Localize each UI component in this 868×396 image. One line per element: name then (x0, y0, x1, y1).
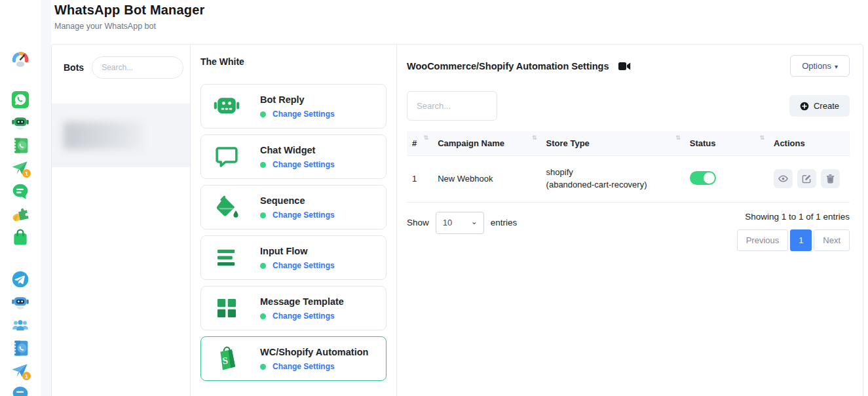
grid-icon (212, 293, 242, 323)
plus-circle-icon (800, 102, 809, 111)
chevron-down-icon: ▾ (835, 63, 838, 70)
sort-icon[interactable]: ⇅ (424, 134, 429, 141)
contacts-blue-icon[interactable] (11, 339, 29, 357)
chat-green-icon[interactable] (11, 182, 29, 201)
feature-title: Message Template (260, 296, 344, 307)
create-button[interactable]: Create (789, 95, 850, 117)
change-settings-link[interactable]: Change Settings (260, 160, 335, 169)
list-bars-icon (212, 243, 242, 273)
status-dot (260, 111, 266, 117)
campaigns-blue-icon[interactable]: 1 (11, 362, 29, 380)
feature-title: Sequence (260, 195, 305, 206)
shopify-bag-icon: S (212, 344, 242, 374)
col-header-actions: Actions (768, 131, 850, 156)
feature-title: WC/Shopify Automation (260, 347, 368, 357)
campaigns-green-icon[interactable]: 1 (11, 159, 29, 178)
bots-column: Bots (52, 45, 191, 396)
col-header-status[interactable]: Status⇅ (685, 131, 768, 156)
automation-settings-column: WooCommerce/Shopify Automation Settings … (397, 45, 863, 396)
table-row: 1 New Webhook shopify (abandoned-cart-re… (407, 156, 850, 203)
selected-bot-name: The White (200, 56, 387, 67)
cell-actions (768, 156, 850, 203)
chat-blue-partial-icon[interactable] (11, 385, 29, 396)
bot-list-item-selected[interactable] (52, 104, 190, 167)
paint-bucket-icon (212, 192, 242, 222)
telegram-icon[interactable] (11, 270, 29, 288)
previous-page-button[interactable]: Previous (737, 229, 789, 251)
showing-entries-text: Showing 1 to 1 of 1 entries (745, 212, 850, 222)
status-dot (260, 162, 266, 168)
automation-table: #⇅ Campaign Name⇅ Store Type⇅ Status⇅ Ac… (407, 131, 850, 203)
page-title: WhatsApp Bot Manager (54, 3, 205, 18)
cell-store-type: shopify (abandoned-cart-recovery) (541, 156, 685, 203)
feature-card-sequence[interactable]: Sequence Change Settings (200, 185, 387, 229)
edit-button[interactable] (797, 169, 816, 188)
cell-status (685, 156, 768, 203)
table-header-row: #⇅ Campaign Name⇅ Store Type⇅ Status⇅ Ac… (407, 131, 850, 156)
whatsapp-bot-manager-app: 1 (0, 0, 868, 396)
status-dot (260, 364, 266, 370)
page-1-button[interactable]: 1 (790, 229, 812, 251)
bot-manager-panel: Bots The White (51, 44, 863, 396)
options-button[interactable]: Options▾ (790, 55, 850, 77)
trash-icon (825, 174, 835, 184)
app-sidebar: 1 (0, 0, 41, 396)
cell-num: 1 (407, 156, 432, 203)
page-size-select[interactable]: 10 (436, 212, 484, 234)
bot-green-icon[interactable] (11, 113, 29, 132)
eye-icon (778, 174, 788, 184)
feature-title: Input Flow (260, 246, 307, 256)
chat-bubble-icon (212, 142, 242, 172)
table-search-input[interactable] (407, 91, 497, 121)
bots-label: Bots (64, 62, 84, 73)
bot-blue-icon[interactable] (11, 293, 29, 311)
status-toggle[interactable] (690, 171, 716, 185)
pagination: Previous 1 Next (735, 229, 850, 251)
change-settings-link[interactable]: Change Settings (260, 311, 344, 321)
feature-card-message-template[interactable]: Message Template Change Settings (200, 286, 387, 330)
cell-campaign-name: New Webhook (432, 156, 540, 203)
page-subtitle: Manage your WhatsApp bot (54, 22, 205, 31)
whatsapp-icon[interactable] (11, 90, 29, 109)
feature-card-chat-widget[interactable]: Chat Widget Change Settings (200, 134, 387, 179)
status-dot (260, 313, 266, 319)
change-settings-link[interactable]: Change Settings (260, 362, 368, 371)
feature-card-input-flow[interactable]: Input Flow Change Settings (200, 235, 387, 280)
sort-icon[interactable]: ⇅ (675, 134, 681, 141)
col-header-num[interactable]: #⇅ (407, 131, 432, 156)
features-column: The White Bot Reply (191, 45, 397, 396)
view-button[interactable] (774, 169, 793, 188)
change-settings-link[interactable]: Change Settings (260, 261, 335, 270)
delete-button[interactable] (821, 169, 840, 188)
team-blue-icon[interactable] (11, 316, 29, 334)
status-dot (260, 263, 266, 269)
feature-card-bot-reply[interactable]: Bot Reply Change Settings (200, 84, 387, 129)
change-settings-link[interactable]: Change Settings (260, 210, 335, 220)
sidebar-gap (41, 0, 51, 396)
sort-icon[interactable]: ⇅ (532, 134, 537, 141)
bot-name-blurred (64, 122, 142, 149)
campaign-badge-2: 1 (22, 372, 31, 380)
next-page-button[interactable]: Next (814, 229, 850, 251)
feature-title: Chat Widget (260, 145, 315, 155)
robot-icon (212, 91, 242, 121)
entries-label: entries (491, 218, 518, 228)
campaign-badge: 1 (22, 169, 31, 178)
sort-icon[interactable]: ⇅ (759, 134, 764, 141)
bots-search-input[interactable] (92, 56, 183, 79)
dashboard-icon[interactable] (11, 50, 29, 68)
change-settings-link[interactable]: Change Settings (260, 109, 335, 119)
store-green-icon[interactable] (11, 228, 29, 247)
status-dot (260, 212, 266, 218)
show-label: Show (407, 218, 429, 228)
edit-icon (802, 174, 812, 184)
col-header-store[interactable]: Store Type⇅ (541, 131, 685, 156)
video-camera-icon[interactable] (618, 62, 631, 71)
integrations-icon[interactable] (11, 205, 29, 224)
col-header-campaign[interactable]: Campaign Name⇅ (432, 131, 540, 156)
feature-title: Bot Reply (260, 94, 305, 105)
section-title: WooCommerce/Shopify Automation Settings (407, 61, 609, 71)
feature-card-wc-shopify-automation[interactable]: S WC/Shopify Automation Change Settings (200, 336, 387, 381)
contacts-green-icon[interactable] (11, 136, 29, 155)
